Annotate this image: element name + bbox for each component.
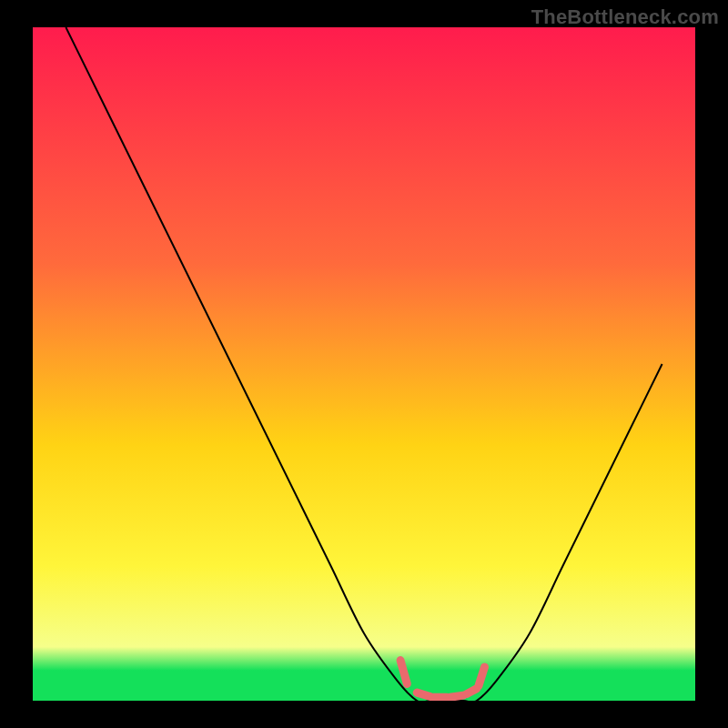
accent-dash — [417, 693, 430, 696]
accent-dash — [467, 689, 477, 694]
plot-background — [33, 27, 695, 701]
chart-frame: TheBottleneck.com — [0, 0, 728, 728]
accent-dash — [450, 695, 464, 697]
bottleneck-chart — [0, 0, 728, 728]
accent-dash — [479, 667, 485, 686]
